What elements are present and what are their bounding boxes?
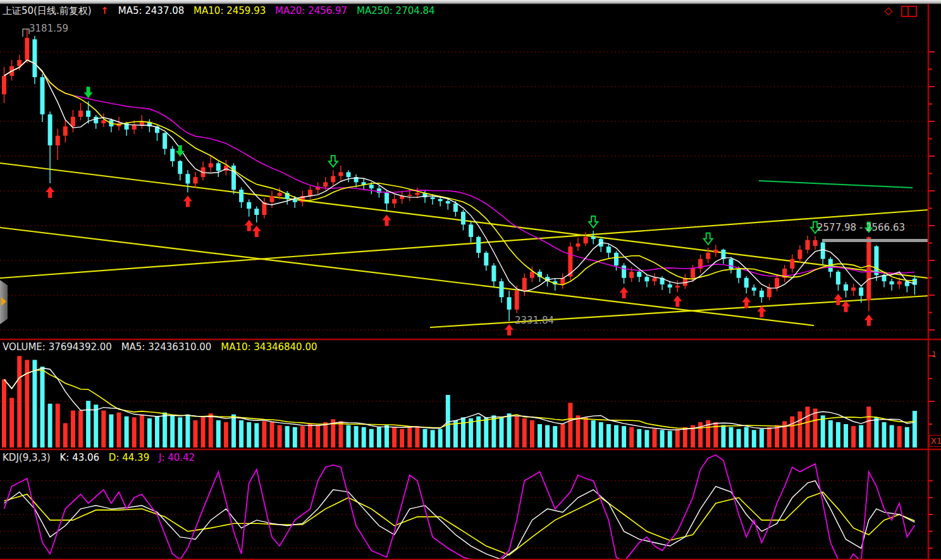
volume-pane-header: VOLUME: 37694392.00 MA5: 32436310.00 MA1… <box>3 341 324 353</box>
price-pane-header: 上证50(日线.前复权) ↑ MA5: 2437.08 MA10: 2459.9… <box>3 5 441 17</box>
instrument-title: 上证50(日线.前复权) <box>3 5 92 16</box>
volume-ma10-value: MA10: 34346840.00 <box>221 341 317 353</box>
ma20-value: MA20: 2456.97 <box>275 5 347 16</box>
peak-price-label: 3181.59 <box>29 23 68 34</box>
volume-value: VOLUME: 37694392.00 <box>3 341 112 353</box>
kdj-j-value: J: 40.42 <box>159 452 195 463</box>
volume-axis-tick-label: 1 <box>932 350 937 359</box>
ma5-value: MA5: 2437.08 <box>118 5 185 16</box>
trough-price-label: 2331.84 <box>515 315 554 326</box>
ma250-value: MA250: 2704.84 <box>357 5 435 16</box>
candlestick-chart-canvas[interactable] <box>0 0 941 560</box>
kdj-pane-header: KDJ(9,3,3) K: 43.06 D: 44.39 J: 40.42 <box>3 452 201 463</box>
split-window-icon[interactable] <box>901 5 918 18</box>
volume-multiplier-label: X1 <box>929 435 941 447</box>
kdj-d-value: D: 44.39 <box>109 452 149 463</box>
volume-ma5-value: MA5: 32436310.00 <box>121 341 212 353</box>
kdj-k-value: K: 43.06 <box>59 452 99 463</box>
buy-signal-arrow-icon: ↑ <box>101 5 109 16</box>
expand-arrow-icon <box>1 297 6 306</box>
range-marker-label: 2577.98 - 2566.63 <box>817 222 905 233</box>
stock-chart-window: 上证50(日线.前复权) ↑ MA5: 2437.08 MA10: 2459.9… <box>0 0 941 560</box>
ma10-value: MA10: 2459.93 <box>194 5 266 16</box>
kdj-label: KDJ(9,3,3) <box>3 452 51 463</box>
diamond-icon[interactable] <box>883 6 894 17</box>
sidebar-expand-tab[interactable] <box>0 280 8 324</box>
